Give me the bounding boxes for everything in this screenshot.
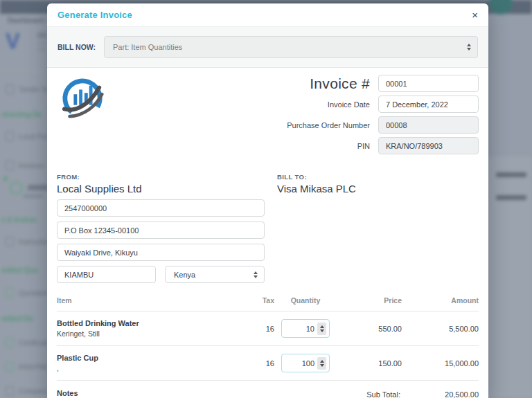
subtotal-value: 20,500.00	[400, 390, 479, 398]
table-row: Plastic Cup , 16 100 150.00 15,000.00	[57, 346, 479, 381]
col-header-item: Item	[57, 296, 222, 305]
bill-to-section: BILL TO: Visa Mikasa PLC	[277, 173, 356, 283]
invoice-number-input[interactable]	[378, 75, 479, 92]
close-icon[interactable]: ×	[472, 10, 478, 20]
col-header-amount: Amount	[402, 296, 479, 305]
invoice-number-label: Invoice #	[240, 75, 378, 92]
parties-section: FROM: Local Supplies Ltd Kenya BILL TO: …	[57, 173, 479, 283]
notes-section: Notes	[57, 389, 265, 398]
from-section: FROM: Local Supplies Ltd Kenya	[57, 173, 265, 283]
item-name: Plastic Cup	[57, 354, 222, 362]
quantity-value[interactable]: 100	[285, 359, 317, 368]
item-tax: 16	[222, 359, 274, 368]
spinner-updown-icon[interactable]	[317, 357, 326, 370]
modal-header: Generate Invoice ×	[47, 3, 488, 27]
select-updown-icon	[467, 44, 471, 51]
item-amount: 5,500.00	[402, 325, 479, 333]
table-row: Bottled Drinking Water Keringet, Still 1…	[57, 311, 479, 346]
table-header-row: Item Tax Quantity Price Amount	[57, 293, 479, 311]
purchase-order-row: Purchase Order Number	[240, 116, 479, 134]
invoice-date-row: Invoice Date	[240, 96, 479, 113]
quantity-stepper[interactable]: 10	[281, 319, 330, 338]
from-company-name: Local Supplies Ltd	[57, 183, 265, 195]
item-price: 150.00	[337, 359, 402, 368]
invoice-items-table: Item Tax Quantity Price Amount Bottled D…	[57, 293, 479, 381]
from-pobox-input[interactable]	[57, 221, 265, 239]
pin-row: PIN	[240, 137, 479, 154]
notes-label: Notes	[57, 389, 265, 397]
bill-now-label: BILL NOW:	[57, 43, 96, 51]
item-tax: 16	[222, 325, 274, 333]
pin-label: PIN	[240, 142, 378, 150]
modal-footer-section: Notes Sub Total: 20,500.00 Tax: 3,280.00…	[57, 389, 479, 398]
modal-title: Generate Invoice	[57, 10, 132, 20]
company-chart-logo-icon	[61, 78, 104, 120]
item-name: Bottled Drinking Water	[57, 319, 222, 327]
country-selected-option: Kenya	[174, 271, 195, 279]
from-county-input[interactable]	[57, 266, 156, 283]
subtotal-row: Sub Total: 20,500.00	[265, 390, 479, 398]
item-price: 550.00	[337, 325, 402, 333]
from-phone-input[interactable]	[57, 199, 265, 217]
totals-section: Sub Total: 20,500.00 Tax: 3,280.00 Amoun…	[265, 389, 479, 398]
generate-invoice-modal: Generate Invoice × BILL NOW: Part: Item …	[47, 3, 488, 398]
invoice-number-row: Invoice #	[240, 75, 479, 92]
item-amount: 15,000.00	[402, 359, 479, 368]
col-header-price: Price	[337, 296, 402, 305]
from-location-row: Kenya	[57, 266, 265, 283]
pin-input	[378, 137, 479, 154]
spinner-updown-icon[interactable]	[317, 323, 326, 335]
invoice-header: Invoice # Invoice Date Purchase Order Nu…	[57, 75, 479, 163]
quantity-stepper[interactable]: 100	[281, 354, 330, 372]
subtotal-label: Sub Total:	[366, 390, 400, 398]
invoice-date-label: Invoice Date	[240, 100, 378, 109]
item-description: ,	[57, 364, 222, 372]
col-header-tax: Tax	[222, 296, 274, 305]
invoice-fields: Invoice # Invoice Date Purchase Order Nu…	[240, 75, 479, 154]
select-updown-icon	[254, 271, 258, 278]
quantity-value[interactable]: 10	[285, 325, 317, 333]
invoice-date-input[interactable]	[378, 96, 479, 113]
bill-now-selected-option: Part: Item Quantities	[113, 43, 182, 51]
purchase-order-label: Purchase Order Number	[240, 121, 378, 129]
bill-now-bar: BILL NOW: Part: Item Quantities	[47, 27, 488, 68]
item-description: Keringet, Still	[57, 329, 222, 338]
purchase-order-input	[378, 116, 479, 134]
bill-to-company-name: Visa Mikasa PLC	[277, 183, 356, 195]
modal-body: Invoice # Invoice Date Purchase Order Nu…	[47, 68, 488, 398]
from-country-select[interactable]: Kenya	[165, 266, 265, 283]
from-label: FROM:	[57, 173, 265, 181]
from-street-input[interactable]	[57, 244, 265, 261]
bill-now-select[interactable]: Part: Item Quantities	[104, 36, 478, 58]
bill-to-label: BILL TO:	[277, 173, 356, 181]
col-header-quantity: Quantity	[274, 296, 337, 305]
